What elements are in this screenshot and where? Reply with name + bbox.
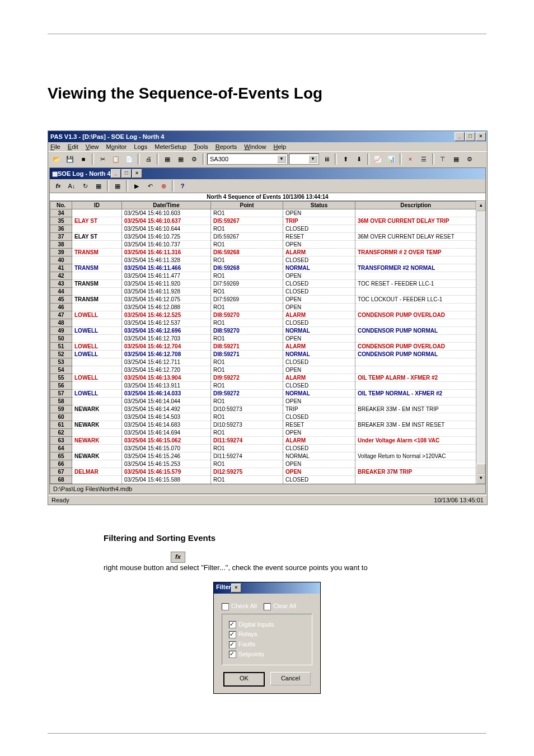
- table-row[interactable]: 4003/25/04 15:46:11.328RO1CLOSED: [50, 256, 476, 264]
- sort-icon[interactable]: A↓: [65, 180, 78, 192]
- download-icon[interactable]: ⬇: [353, 153, 365, 165]
- grid2-icon[interactable]: ▦: [175, 153, 187, 165]
- table-row[interactable]: 57LOWELL03/25/04 15:46:14.033DI9:59272NO…: [50, 390, 476, 398]
- chart1-icon[interactable]: 📈: [372, 153, 384, 165]
- table-row[interactable]: 45TRANSM03/25/04 15:46:12.075DI7:59269OP…: [50, 296, 476, 304]
- faults-checkbox[interactable]: [229, 641, 236, 648]
- col-no[interactable]: No.: [50, 202, 72, 209]
- maximize-button[interactable]: □: [465, 132, 475, 141]
- table-row[interactable]: 5403/25/04 15:46:12.720RO1OPEN: [50, 366, 476, 374]
- table-row[interactable]: 6203/25/04 15:46:14.694RO1OPEN: [50, 429, 476, 437]
- filter-close-icon[interactable]: ×: [231, 584, 241, 592]
- table-row[interactable]: 4403/25/04 15:46:11.928RO1CLOSED: [50, 288, 476, 296]
- table-row[interactable]: 52LOWELL03/25/04 15:46:12.708DI8:59271NO…: [50, 351, 476, 358]
- table-row[interactable]: 3403/25/04 15:46:10.603RO1OPEN: [50, 209, 476, 217]
- scroll-up-icon[interactable]: ▲: [476, 201, 485, 211]
- table-row[interactable]: 5003/25/04 15:46:12.703RO1OPEN: [50, 335, 476, 343]
- print-icon[interactable]: 🖨: [142, 153, 154, 165]
- config-icon[interactable]: ⚙: [188, 153, 200, 165]
- table-row[interactable]: 6603/25/04 15:46:15.253RO1OPEN: [50, 460, 476, 468]
- table-row[interactable]: 6403/25/04 15:46:15.070RO1CLOSED: [50, 445, 476, 452]
- table-row[interactable]: 65NEWARK03/25/04 15:46:15.246DI11:59274N…: [50, 452, 476, 460]
- table-row[interactable]: 61NEWARK03/25/04 15:46:14.683DI10:59273R…: [50, 421, 476, 429]
- table-row[interactable]: 39TRANSM03/25/04 15:46:11.316DI6:59268AL…: [50, 249, 476, 256]
- copy-icon[interactable]: 📋: [110, 153, 122, 165]
- close-button[interactable]: ×: [476, 132, 486, 141]
- select-icon[interactable]: ▦: [111, 180, 124, 192]
- table-row[interactable]: 5803/25/04 15:46:14.044RO1OPEN: [50, 398, 476, 405]
- paste-icon[interactable]: 📄: [123, 153, 135, 165]
- table-row[interactable]: 4203/25/04 15:46:11.477RO1OPEN: [50, 272, 476, 280]
- grid1-icon[interactable]: ▦: [161, 153, 174, 165]
- table-row[interactable]: 6003/25/04 15:46:14.503RO1CLOSED: [50, 413, 476, 421]
- menu-monitor[interactable]: Monitor: [106, 143, 127, 150]
- digital-inputs-checkbox[interactable]: [229, 621, 236, 628]
- table-row[interactable]: 63NEWARK03/25/04 15:46:15.062DI11:59274A…: [50, 437, 476, 445]
- col-point[interactable]: Point: [211, 202, 283, 209]
- scroll-track[interactable]: [476, 211, 485, 464]
- delete-icon[interactable]: ×: [404, 153, 416, 165]
- table-row[interactable]: 41TRANSM03/25/04 15:46:11.466DI6:59268NO…: [50, 264, 476, 272]
- save-icon[interactable]: 💾: [64, 153, 76, 165]
- go-icon[interactable]: ▶: [130, 180, 143, 192]
- monitor-icon[interactable]: 🖥: [320, 153, 332, 165]
- inner-close-button[interactable]: ×: [132, 169, 142, 178]
- table-row[interactable]: 55LOWELL03/25/04 15:46:13.904DI9:59272AL…: [50, 374, 476, 382]
- minimize-button[interactable]: _: [455, 132, 465, 141]
- table-row[interactable]: 51LOWELL03/25/04 15:46:12.704DI8:59271AL…: [50, 343, 476, 351]
- table-row[interactable]: 59NEWARK03/25/04 15:46:14.492DI10:59273T…: [50, 405, 476, 413]
- undo-icon[interactable]: ↶: [144, 180, 156, 192]
- clear-all-checkbox[interactable]: [264, 603, 271, 610]
- vertical-scrollbar[interactable]: ▲ ▼: [476, 201, 485, 484]
- table-row[interactable]: 5603/25/04 15:46:13.911RO1CLOSED: [50, 382, 476, 390]
- table-row[interactable]: 43TRANSM03/25/04 15:46:11.920DI7:59269CL…: [50, 280, 476, 288]
- scroll-thumb[interactable]: [476, 464, 485, 474]
- list-icon[interactable]: ☰: [418, 153, 430, 165]
- chart2-icon[interactable]: 📊: [385, 153, 397, 165]
- table-row[interactable]: 67DELMAR03/25/04 15:46:15.579DI12:59275O…: [50, 468, 476, 476]
- titlebar[interactable]: PAS V1.3 - [D:\Pas] - SOE Log - North 4 …: [48, 131, 487, 142]
- open-icon[interactable]: 📂: [50, 153, 63, 165]
- table-row[interactable]: 37ELAY ST03/25/04 15:46:10.725DI5:59267R…: [50, 233, 476, 241]
- menu-tools[interactable]: Tools: [194, 143, 208, 150]
- scroll-down-icon[interactable]: ▼: [476, 474, 485, 484]
- cancel-button[interactable]: Cancel: [270, 672, 311, 685]
- menu-file[interactable]: File: [50, 143, 60, 150]
- inner-maximize-button[interactable]: □: [121, 169, 132, 178]
- fx-icon[interactable]: fx: [52, 180, 64, 192]
- props-icon[interactable]: ▦: [92, 180, 105, 192]
- table-row[interactable]: 4603/25/04 15:46:12.088RO1OPEN: [50, 304, 476, 311]
- relays-checkbox[interactable]: [229, 631, 236, 638]
- ok-button[interactable]: OK: [223, 672, 265, 687]
- table-row[interactable]: 4803/25/04 15:46:12.537RO1CLOSED: [50, 319, 476, 327]
- col-datetime[interactable]: Date/Time: [122, 202, 211, 209]
- menu-window[interactable]: Window: [244, 143, 266, 150]
- table-row[interactable]: 5303/25/04 15:46:12.711RO1CLOSED: [50, 358, 476, 366]
- tool3-icon[interactable]: ⚙: [463, 153, 476, 165]
- menu-view[interactable]: View: [86, 143, 99, 150]
- inner-minimize-button[interactable]: _: [111, 169, 121, 178]
- table-row[interactable]: 47LOWELL03/25/04 15:46:12.525DI8:59270AL…: [50, 311, 476, 319]
- table-row[interactable]: 6803/25/04 15:46:15.588RO1CLOSED: [50, 476, 476, 484]
- table-row[interactable]: 3603/25/04 15:46:10.644RO1CLOSED: [50, 225, 476, 233]
- inner-titlebar[interactable]: ▦ SOE Log - North 4 _ □ ×: [50, 168, 485, 179]
- tool2-icon[interactable]: ▦: [450, 153, 462, 165]
- check-all-checkbox[interactable]: [222, 603, 229, 610]
- setpoints-checkbox[interactable]: [229, 651, 236, 658]
- table-row[interactable]: 35ELAY ST03/25/04 15:46:10.637DI5:59267T…: [50, 217, 476, 225]
- menu-metersetup[interactable]: MeterSetup: [154, 143, 186, 150]
- menu-edit[interactable]: Edit: [68, 143, 78, 150]
- tool1-icon[interactable]: ⊤: [437, 153, 449, 165]
- menu-logs[interactable]: Logs: [134, 143, 147, 150]
- upload-icon[interactable]: ⬆: [339, 153, 352, 165]
- refresh-icon[interactable]: ↻: [79, 180, 91, 192]
- col-id[interactable]: ID: [72, 202, 122, 209]
- site-combo[interactable]: SA300: [207, 153, 288, 165]
- close2-icon[interactable]: ⊗: [157, 180, 170, 192]
- table-row[interactable]: 3803/25/04 15:46:10.737RO1OPEN: [50, 241, 476, 249]
- menu-help[interactable]: Help: [274, 143, 287, 150]
- col-status[interactable]: Status: [283, 202, 355, 209]
- device-combo[interactable]: [289, 153, 319, 165]
- stop-icon[interactable]: ■: [77, 153, 90, 165]
- filter-titlebar[interactable]: Filter ×: [214, 582, 320, 594]
